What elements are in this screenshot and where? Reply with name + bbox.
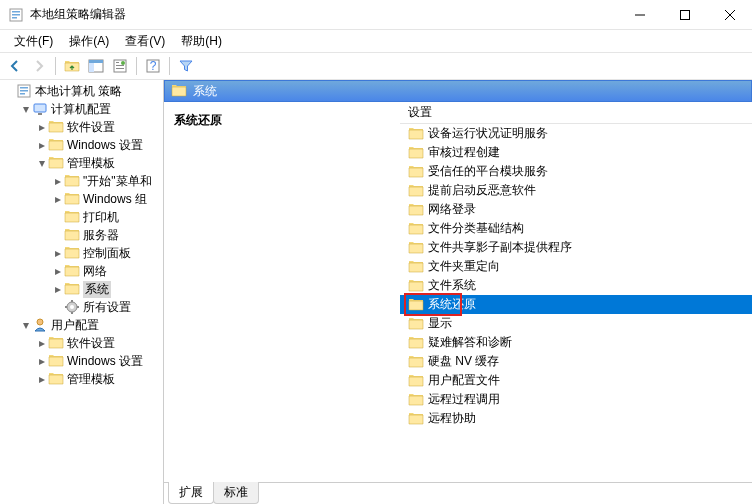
chevron-icon[interactable]: ▸	[36, 354, 48, 368]
chevron-icon[interactable]: ▸	[52, 282, 64, 296]
tree-item-user[interactable]: ▾用户配置	[0, 316, 163, 334]
back-button[interactable]	[4, 55, 26, 77]
tree-label: 网络	[83, 263, 107, 280]
list-item[interactable]: 疑难解答和诊断	[400, 333, 752, 352]
list-item[interactable]: 文件分类基础结构	[400, 219, 752, 238]
tree-label: 打印机	[83, 209, 119, 226]
tree-label: 所有设置	[83, 299, 131, 316]
folder-icon	[408, 278, 424, 294]
list-item-label: 文件共享影子副本提供程序	[428, 239, 572, 256]
svg-rect-17	[20, 90, 28, 92]
folder-icon	[408, 335, 424, 351]
tree-item-comp_win[interactable]: ▸Windows 设置	[0, 136, 163, 154]
tree-item-tmpl_wincomp[interactable]: ▸Windows 组	[0, 190, 163, 208]
menu-help[interactable]: 帮助(H)	[173, 31, 230, 52]
up-button[interactable]	[61, 55, 83, 77]
minimize-button[interactable]	[617, 0, 662, 30]
tree-item-comp_sw[interactable]: ▸软件设置	[0, 118, 163, 136]
chevron-icon[interactable]: ▾	[20, 102, 32, 116]
chevron-icon[interactable]: ▸	[36, 336, 48, 350]
tree-item-root[interactable]: 本地计算机 策略	[0, 82, 163, 100]
svg-point-12	[121, 61, 125, 65]
list-item[interactable]: 系统还原	[400, 295, 752, 314]
svg-rect-7	[89, 63, 94, 72]
tree-icon	[48, 155, 64, 171]
chevron-icon[interactable]: ▸	[52, 264, 64, 278]
chevron-icon[interactable]: ▸	[52, 174, 64, 188]
tab-extended[interactable]: 扩展	[168, 482, 214, 504]
window-title: 本地组策略编辑器	[30, 6, 617, 23]
list-column-header[interactable]: 设置	[400, 102, 752, 124]
toolbar: ?	[0, 52, 752, 80]
folder-icon	[408, 392, 424, 408]
tree-item-tmpl_network[interactable]: ▸网络	[0, 262, 163, 280]
folder-icon	[408, 240, 424, 256]
folder-icon	[408, 145, 424, 161]
tree-item-tmpl_allset[interactable]: 所有设置	[0, 298, 163, 316]
category-title: 系统还原	[174, 112, 392, 129]
tree-label: 用户配置	[51, 317, 99, 334]
tree-label: 控制面板	[83, 245, 131, 262]
tree-item-computer[interactable]: ▾计算机配置	[0, 100, 163, 118]
list-item[interactable]: 远程过程调用	[400, 390, 752, 409]
folder-icon	[408, 354, 424, 370]
settings-list[interactable]: 设备运行状况证明服务审核过程创建受信任的平台模块服务提前启动反恶意软件网络登录文…	[400, 124, 752, 482]
chevron-icon[interactable]: ▸	[52, 192, 64, 206]
help-button[interactable]: ?	[142, 55, 164, 77]
list-item[interactable]: 文件共享影子副本提供程序	[400, 238, 752, 257]
show-hide-tree-button[interactable]	[85, 55, 107, 77]
list-item[interactable]: 文件夹重定向	[400, 257, 752, 276]
tree-item-tmpl_printer[interactable]: 打印机	[0, 208, 163, 226]
list-item[interactable]: 硬盘 NV 缓存	[400, 352, 752, 371]
tree-item-tmpl_system[interactable]: ▸系统	[0, 280, 163, 298]
menu-action[interactable]: 操作(A)	[61, 31, 117, 52]
chevron-icon[interactable]: ▸	[36, 138, 48, 152]
tree-icon	[64, 299, 80, 315]
menu-file[interactable]: 文件(F)	[6, 31, 61, 52]
detail-body: 系统还原 设置 设备运行状况证明服务审核过程创建受信任的平台模块服务提前启动反恶…	[164, 102, 752, 482]
tree-item-tmpl_server[interactable]: 服务器	[0, 226, 163, 244]
tree-icon	[48, 353, 64, 369]
svg-rect-4	[680, 10, 689, 19]
folder-icon	[408, 183, 424, 199]
tree-pane[interactable]: 本地计算机 策略▾计算机配置▸软件设置▸Windows 设置▾管理模板▸"开始"…	[0, 80, 164, 504]
list-item[interactable]: 网络登录	[400, 200, 752, 219]
list-item-label: 硬盘 NV 缓存	[428, 353, 499, 370]
properties-button[interactable]	[109, 55, 131, 77]
chevron-icon[interactable]: ▸	[52, 246, 64, 260]
list-item[interactable]: 提前启动反恶意软件	[400, 181, 752, 200]
menubar: 文件(F) 操作(A) 查看(V) 帮助(H)	[0, 30, 752, 52]
svg-rect-11	[116, 68, 124, 69]
list-item[interactable]: 远程协助	[400, 409, 752, 428]
list-item[interactable]: 用户配置文件	[400, 371, 752, 390]
tree-item-user_sw[interactable]: ▸软件设置	[0, 334, 163, 352]
tree-item-comp_tmpl[interactable]: ▾管理模板	[0, 154, 163, 172]
tree-item-tmpl_cpanel[interactable]: ▸控制面板	[0, 244, 163, 262]
close-button[interactable]	[707, 0, 752, 30]
list-item[interactable]: 显示	[400, 314, 752, 333]
tree-item-tmpl_start[interactable]: ▸"开始"菜单和	[0, 172, 163, 190]
tree-item-user_win[interactable]: ▸Windows 设置	[0, 352, 163, 370]
chevron-icon[interactable]: ▸	[36, 372, 48, 386]
chevron-icon[interactable]: ▸	[36, 120, 48, 134]
list-item-label: 显示	[428, 315, 452, 332]
tree-item-user_tmpl[interactable]: ▸管理模板	[0, 370, 163, 388]
tab-standard[interactable]: 标准	[213, 482, 259, 504]
maximize-button[interactable]	[662, 0, 707, 30]
detail-header-title: 系统	[193, 83, 217, 100]
list-item[interactable]: 设备运行状况证明服务	[400, 124, 752, 143]
list-item-label: 文件系统	[428, 277, 476, 294]
list-item[interactable]: 审核过程创建	[400, 143, 752, 162]
tree-label: "开始"菜单和	[83, 173, 152, 190]
separator	[136, 57, 137, 75]
list-item[interactable]: 受信任的平台模块服务	[400, 162, 752, 181]
chevron-icon[interactable]: ▾	[20, 318, 32, 332]
folder-icon	[408, 164, 424, 180]
list-item-label: 远程协助	[428, 410, 476, 427]
list-item[interactable]: 文件系统	[400, 276, 752, 295]
filter-button[interactable]	[175, 55, 197, 77]
chevron-icon[interactable]: ▾	[36, 156, 48, 170]
tree-icon	[48, 137, 64, 153]
svg-rect-9	[116, 62, 119, 63]
menu-view[interactable]: 查看(V)	[117, 31, 173, 52]
